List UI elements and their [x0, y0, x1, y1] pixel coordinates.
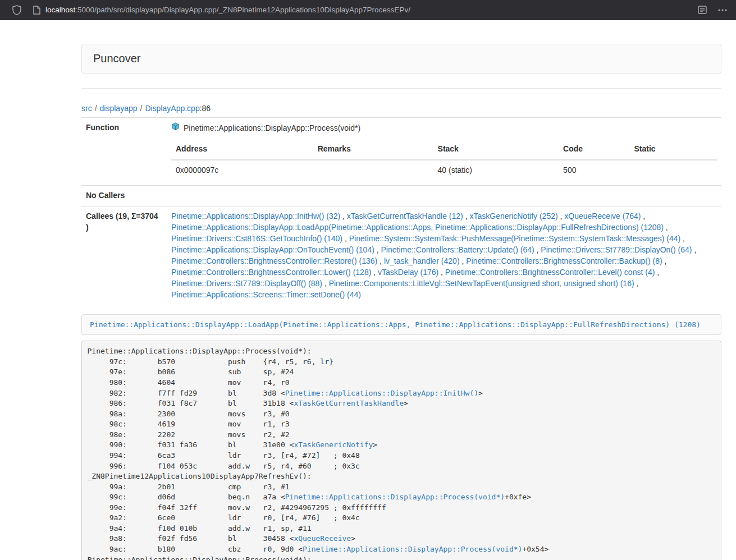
callee-separator: , [558, 212, 565, 221]
details-value-row: 0x0000097c 40 (static) 500 [171, 160, 717, 181]
divider [81, 88, 721, 89]
code-symbol-link[interactable]: xTaskGenericNotify [294, 440, 373, 449]
column-header-stack: Stack [433, 139, 559, 160]
shield-icon[interactable] [12, 5, 21, 15]
code-symbol-link[interactable]: xTaskGetCurrentTaskHandle [294, 399, 404, 407]
callee-separator: , [322, 279, 329, 288]
breadcrumb-item-file[interactable]: DisplayApp.cpp [145, 104, 199, 113]
code-symbol-link[interactable]: xQueueReceive [294, 534, 351, 543]
callee-link[interactable]: Pinetime::Applications::DisplayApp::OnTo… [171, 245, 374, 254]
callee-separator: , [342, 234, 349, 243]
callees-list: Pinetime::Applications::DisplayApp::Init… [167, 206, 721, 305]
callee-link[interactable]: xTaskGenericNotify (252) [469, 212, 557, 221]
callee-link[interactable]: Pinetime::Applications::DisplayApp::Init… [171, 212, 340, 221]
callee-separator: , [655, 268, 659, 277]
breadcrumb-item-src[interactable]: src [81, 104, 92, 113]
page-icon[interactable] [33, 6, 40, 15]
url-host: localhost [45, 6, 75, 14]
callee-link[interactable]: Pinetime::Controllers::BrightnessControl… [171, 268, 371, 277]
callee-separator: , [692, 245, 697, 254]
function-name: Pinetime::Applications::DisplayApp::Proc… [184, 123, 360, 134]
reader-mode-icon[interactable] [698, 6, 707, 14]
column-header-address: Address [171, 139, 313, 160]
breadcrumb-line-number: :86 [200, 104, 211, 113]
callee-separator: , [680, 234, 685, 243]
function-row-label: Function [81, 118, 167, 186]
callee-separator: , [374, 245, 381, 254]
stack-value: 40 (static) [433, 160, 559, 181]
selected-symbol-link[interactable]: Pinetime::Applications::DisplayApp::Load… [90, 320, 701, 329]
callee-link[interactable]: lv_task_handler (420) [384, 256, 460, 265]
callee-link[interactable]: Pinetime::Drivers::Cst816S::GetTouchInfo… [171, 234, 342, 243]
callees-label: Callees (19, Σ=3704 ) [81, 206, 167, 305]
no-callers-value [167, 185, 721, 206]
callee-link[interactable]: Pinetime::Controllers::BrightnessControl… [466, 256, 662, 265]
column-header-remarks: Remarks [313, 139, 433, 160]
browser-toolbar: localhost:5000/path/src/displayapp/Displ… [0, 0, 736, 20]
function-row: Function Pinetime::Applications::Display… [81, 118, 721, 186]
callee-separator: , [340, 212, 347, 221]
callee-separator: , [463, 212, 470, 221]
callee-separator: , [664, 223, 668, 232]
callee-link[interactable]: xQueueReceive (764) [564, 212, 641, 221]
callee-separator: , [634, 279, 639, 288]
function-table: Function Pinetime::Applications::Display… [81, 117, 721, 305]
callee-link[interactable]: Pinetime::Drivers::St7789::DisplayOn() (… [541, 245, 692, 254]
breadcrumb: src/displayapp/DisplayApp.cpp:86 [81, 104, 721, 113]
toolbar-actions [698, 6, 727, 14]
url-bar[interactable]: localhost:5000/path/src/displayapp/Displ… [45, 6, 698, 14]
callee-link[interactable]: Pinetime::Controllers::BrightnessControl… [445, 268, 655, 277]
callee-link[interactable]: Pinetime::Controllers::BrightnessControl… [171, 256, 377, 265]
callee-separator: , [534, 245, 541, 254]
callee-link[interactable]: Pinetime::System::SystemTask::PushMessag… [349, 234, 681, 243]
column-header-code: Code [559, 139, 629, 160]
page-title: Puncover [93, 52, 710, 65]
function-name-line: Pinetime::Applications::DisplayApp::Proc… [171, 122, 717, 134]
callee-link[interactable]: xTaskGetCurrentTaskHandle (12) [347, 212, 463, 221]
breadcrumb-separator: / [140, 104, 143, 113]
selected-symbol-panel: Pinetime::Applications::DisplayApp::Load… [81, 314, 721, 335]
overflow-menu-icon[interactable] [718, 9, 727, 11]
breadcrumb-separator: / [95, 104, 97, 113]
breadcrumb-item-displayapp[interactable]: displayapp [100, 104, 138, 113]
callees-row: Callees (19, Σ=3704 ) Pinetime::Applicat… [81, 206, 721, 305]
no-callers-label: No Callers [81, 185, 167, 206]
details-header-row: Address Remarks Stack Code Static [171, 139, 717, 160]
page-title-panel: Puncover [81, 44, 721, 74]
disassembly-code: Pinetime::Applications::DisplayApp::Proc… [81, 341, 721, 560]
callee-link[interactable]: Pinetime::Applications::DisplayApp::Load… [171, 223, 664, 232]
code-value: 500 [559, 160, 629, 181]
remarks-value [313, 160, 433, 181]
callee-link[interactable]: Pinetime::Applications::Screens::Timer::… [171, 290, 361, 299]
url-path: :5000/path/src/displayapp/DisplayApp.cpp… [75, 6, 410, 14]
code-symbol-link[interactable]: Pinetime::Applications::DisplayApp::Proc… [303, 545, 522, 553]
function-cube-icon [171, 122, 180, 134]
callee-link[interactable]: Pinetime::Drivers::St7789::DisplayOff() … [171, 279, 322, 288]
callee-separator: , [371, 268, 378, 277]
page-content: Puncover src/displayapp/DisplayApp.cpp:8… [81, 20, 721, 560]
callee-link[interactable]: Pinetime::Controllers::Battery::Update()… [381, 245, 534, 254]
callee-separator: , [662, 256, 667, 265]
static-value [629, 160, 717, 181]
function-details-table: Address Remarks Stack Code Static 0x0000… [171, 139, 717, 181]
callee-separator: , [377, 256, 384, 265]
callee-separator: , [438, 268, 445, 277]
address-value: 0x0000097c [171, 160, 313, 181]
column-header-static: Static [629, 139, 717, 160]
callee-separator: , [641, 212, 645, 221]
code-symbol-link[interactable]: Pinetime::Applications::DisplayApp::Init… [285, 389, 478, 397]
code-symbol-link[interactable]: Pinetime::Applications::DisplayApp::Proc… [285, 493, 505, 501]
callee-separator: , [460, 256, 467, 265]
callee-link[interactable]: vTaskDelay (176) [378, 268, 438, 277]
no-callers-row: No Callers [81, 185, 721, 206]
callee-link[interactable]: Pinetime::Components::LittleVgl::SetNewT… [329, 279, 634, 288]
